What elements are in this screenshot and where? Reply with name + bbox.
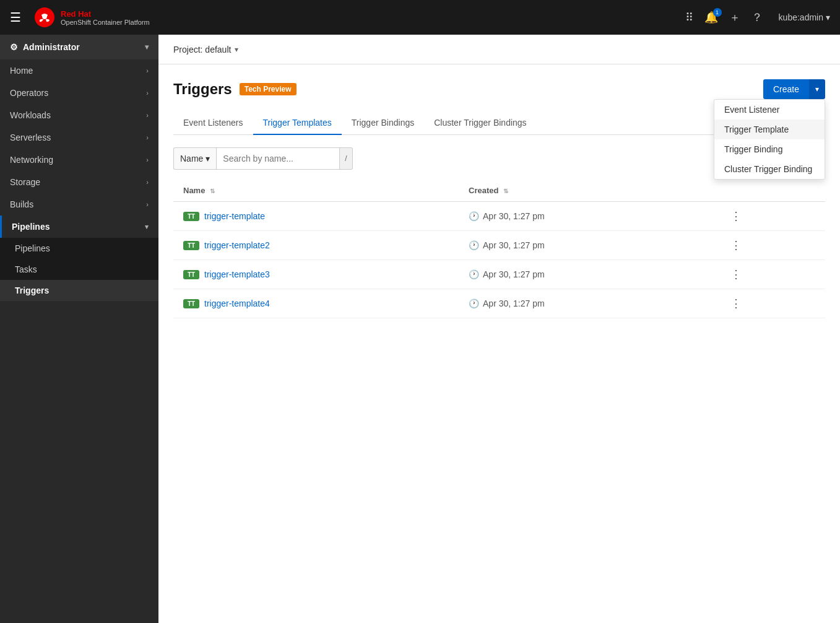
created-date-2: Apr 30, 1:27 pm <box>483 269 545 279</box>
table-row: TT trigger-template2 🕐 Apr 30, 1:27 pm ⋮ <box>173 231 825 260</box>
apps-icon[interactable]: ⠿ <box>685 11 693 24</box>
sidebar-item-serverless[interactable]: Serverless › <box>0 126 158 149</box>
created-cell-1: 🕐 Apr 30, 1:27 pm <box>469 240 706 250</box>
dropdown-item-event-listener[interactable]: Event Listener <box>714 100 825 120</box>
sidebar-label-home: Home <box>10 66 33 76</box>
chevron-right-icon: › <box>146 67 149 74</box>
sort-icon-created[interactable]: ⇅ <box>503 188 508 194</box>
kebab-menu-2[interactable]: ⋮ <box>725 267 747 282</box>
brand-platform: OpenShift Container Platform <box>61 19 150 26</box>
created-cell-0: 🕐 Apr 30, 1:27 pm <box>469 211 706 221</box>
search-input[interactable] <box>216 147 340 170</box>
role-label: Administrator <box>23 42 80 52</box>
tab-trigger-templates[interactable]: Trigger Templates <box>253 111 342 135</box>
brand-text: Red Hat OpenShift Container Platform <box>61 9 150 26</box>
brand-redhat: Red Hat <box>61 9 150 19</box>
redhat-logo-icon <box>33 6 56 28</box>
resource-link-1[interactable]: TT trigger-template2 <box>183 240 449 250</box>
chevron-down-icon: ▾ <box>145 223 149 231</box>
resource-link-3[interactable]: TT trigger-template4 <box>183 298 449 308</box>
resource-name-3[interactable]: trigger-template4 <box>204 298 270 308</box>
clock-icon-3: 🕐 <box>469 298 479 308</box>
sidebar-item-pipelines[interactable]: Pipelines ▾ <box>0 216 158 238</box>
logo: Red Hat OpenShift Container Platform <box>33 6 150 28</box>
sidebar-label-storage: Storage <box>10 177 40 187</box>
sidebar-label-operators: Operators <box>10 88 48 98</box>
page-header: Triggers Tech Preview Create ▾ Event Lis… <box>173 79 825 99</box>
clock-icon-0: 🕐 <box>469 211 479 221</box>
table-row: TT trigger-template3 🕐 Apr 30, 1:27 pm ⋮ <box>173 260 825 289</box>
sort-icon-name[interactable]: ⇅ <box>210 188 215 194</box>
user-chevron-icon: ▾ <box>826 12 830 22</box>
sidebar-role[interactable]: ⚙ Administrator ▾ <box>0 35 158 59</box>
create-button-group: Create ▾ Event Listener Trigger Template… <box>763 79 825 99</box>
add-icon[interactable]: ＋ <box>729 10 740 25</box>
filter-slash-hint: / <box>340 147 352 170</box>
filter-name-dropdown[interactable]: Name ▾ <box>173 147 216 170</box>
role-chevron-icon: ▾ <box>145 43 149 51</box>
sidebar-item-pipelines-triggers[interactable]: Triggers <box>0 280 158 301</box>
sidebar-item-storage[interactable]: Storage › <box>0 171 158 193</box>
resource-link-2[interactable]: TT trigger-template3 <box>183 269 449 279</box>
kebab-menu-1[interactable]: ⋮ <box>725 238 747 253</box>
column-header-created: Created ⇅ <box>459 180 716 202</box>
filter-name-label: Name <box>180 154 203 163</box>
resource-name-1[interactable]: trigger-template2 <box>204 240 270 250</box>
page-title: Triggers <box>173 81 232 98</box>
layout: ⚙ Administrator ▾ Home › Operators › Wor… <box>0 35 840 623</box>
dropdown-item-trigger-binding[interactable]: Trigger Binding <box>714 139 825 159</box>
sidebar-label-serverless: Serverless <box>10 133 51 142</box>
table-row: TT trigger-template4 🕐 Apr 30, 1:27 pm ⋮ <box>173 289 825 318</box>
sidebar-item-pipelines-pipelines[interactable]: Pipelines <box>0 238 158 259</box>
create-dropdown-menu: Event Listener Trigger Template Trigger … <box>714 99 825 180</box>
chevron-right-icon: › <box>146 156 149 163</box>
notifications-icon[interactable]: 🔔 1 <box>704 11 718 24</box>
sidebar-item-home[interactable]: Home › <box>0 59 158 82</box>
user-menu[interactable]: kube:admin ▾ <box>779 12 830 22</box>
help-icon[interactable]: ？ <box>751 10 763 25</box>
chevron-right-icon: › <box>146 89 149 97</box>
hamburger-icon[interactable]: ☰ <box>10 10 21 25</box>
clock-icon-2: 🕐 <box>469 269 479 279</box>
sidebar-label-networking: Networking <box>10 155 53 165</box>
sidebar-label-pipelines: Pipelines <box>12 222 50 232</box>
dropdown-item-cluster-trigger-binding[interactable]: Cluster Trigger Binding <box>714 159 825 179</box>
tt-badge-0: TT <box>183 212 199 221</box>
sidebar-item-operators[interactable]: Operators › <box>0 82 158 104</box>
chevron-right-icon: › <box>146 111 149 119</box>
kebab-menu-3[interactable]: ⋮ <box>725 296 747 311</box>
resource-name-0[interactable]: trigger-template <box>204 211 265 221</box>
create-button[interactable]: Create <box>763 79 809 99</box>
sidebar-label-builds: Builds <box>10 199 33 209</box>
column-header-name: Name ⇅ <box>173 180 459 202</box>
tab-trigger-bindings[interactable]: Trigger Bindings <box>342 111 424 135</box>
created-cell-2: 🕐 Apr 30, 1:27 pm <box>469 269 706 279</box>
chevron-right-icon: › <box>146 134 149 141</box>
sidebar-item-builds[interactable]: Builds › <box>0 193 158 216</box>
chevron-right-icon: › <box>146 178 149 186</box>
content-area: Triggers Tech Preview Create ▾ Event Lis… <box>158 64 840 623</box>
project-chevron-icon: ▾ <box>235 45 238 54</box>
resource-name-2[interactable]: trigger-template3 <box>204 269 270 279</box>
project-selector[interactable]: Project: default ▾ <box>173 45 238 54</box>
sidebar-item-networking[interactable]: Networking › <box>0 149 158 171</box>
tab-cluster-trigger-bindings[interactable]: Cluster Trigger Bindings <box>424 111 536 135</box>
tab-event-listeners[interactable]: Event Listeners <box>173 111 253 135</box>
create-caret-button[interactable]: ▾ <box>809 79 825 99</box>
topnav-icons: ⠿ 🔔 1 ＋ ？ kube:admin ▾ <box>685 10 830 25</box>
sidebar-item-workloads[interactable]: Workloads › <box>0 104 158 126</box>
data-table: Name ⇅ Created ⇅ TT trigger-temp <box>173 180 825 318</box>
main-content: Project: default ▾ Triggers Tech Preview… <box>158 35 840 623</box>
dropdown-item-trigger-template[interactable]: Trigger Template <box>714 120 825 139</box>
column-header-actions <box>716 180 825 202</box>
kebab-menu-0[interactable]: ⋮ <box>725 209 747 224</box>
created-date-1: Apr 30, 1:27 pm <box>483 240 545 250</box>
sidebar-label-workloads: Workloads <box>10 110 51 120</box>
tt-badge-2: TT <box>183 270 199 279</box>
sidebar: ⚙ Administrator ▾ Home › Operators › Wor… <box>0 35 158 623</box>
resource-link-0[interactable]: TT trigger-template <box>183 211 449 221</box>
sidebar-item-pipelines-tasks[interactable]: Tasks <box>0 259 158 280</box>
chevron-right-icon: › <box>146 201 149 208</box>
filter-name-chevron-icon: ▾ <box>206 154 210 163</box>
project-bar: Project: default ▾ <box>158 35 840 64</box>
